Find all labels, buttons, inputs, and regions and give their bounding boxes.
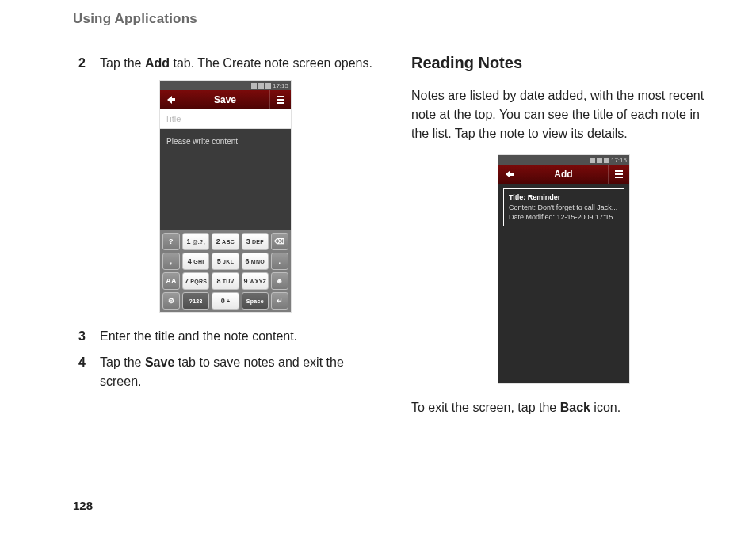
key-9[interactable]: 9WXYZ xyxy=(242,272,269,290)
key-3[interactable]: 3DEF xyxy=(242,233,269,250)
key-8[interactable]: 8TUV xyxy=(212,272,239,290)
key-1[interactable]: 1@.?, xyxy=(182,233,209,250)
list-icon xyxy=(613,169,624,179)
bold-word: Add xyxy=(145,56,170,70)
step-number: 3 xyxy=(73,327,86,345)
title-input[interactable]: Title xyxy=(160,109,291,129)
add-tab[interactable]: Add xyxy=(519,169,608,180)
key-digit: 7 xyxy=(185,277,189,285)
note-item[interactable]: Title: Reminder Content: Don't forget to… xyxy=(503,188,624,226)
key-caps[interactable]: AA xyxy=(162,272,180,290)
text: To exit the screen, tap the xyxy=(411,401,560,414)
key-digit: 0 xyxy=(221,297,225,305)
list-button[interactable] xyxy=(608,165,629,184)
text: tab. The Create note screen opens. xyxy=(170,56,372,70)
key-digit: 2 xyxy=(216,238,220,245)
back-button[interactable] xyxy=(160,90,181,109)
list-button[interactable] xyxy=(269,90,291,109)
value: 12-15-2009 17:15 xyxy=(557,213,613,221)
key-backspace[interactable]: ⌫ xyxy=(271,233,288,250)
phone-notes-list: 17:15 Add Title: Reminder Content: Don't… xyxy=(498,154,630,384)
key-enter[interactable]: ↵ xyxy=(271,292,288,310)
paragraph: Notes are listed by date added, with the… xyxy=(411,86,716,143)
key-emoji[interactable]: ☻ xyxy=(271,272,288,290)
text: Tap the xyxy=(100,56,145,70)
keypad: ? 1@.?, 2ABC 3DEF ⌫ , 4GHI 5JKL 6MNO . A… xyxy=(160,230,291,312)
note-date-line: Date Modified: 12-15-2009 17:15 xyxy=(509,212,619,222)
key-symbols[interactable]: ?123 xyxy=(182,292,209,310)
svg-rect-4 xyxy=(615,173,623,175)
signal-icon xyxy=(251,83,257,89)
step-3: 3 Enter the title and the note content. xyxy=(73,327,378,345)
key-space[interactable]: Space xyxy=(242,292,269,310)
key-letters: PQRS xyxy=(190,279,207,284)
back-button[interactable] xyxy=(498,165,519,184)
key-6[interactable]: 6MNO xyxy=(242,253,269,270)
step-4: 4 Tap the Save tab to save notes and exi… xyxy=(73,353,378,390)
clock: 17:15 xyxy=(611,157,627,164)
key-settings[interactable]: ⚙ xyxy=(162,292,180,310)
svg-rect-2 xyxy=(277,102,284,104)
status-bar: 17:13 xyxy=(160,81,291,90)
svg-rect-0 xyxy=(277,96,284,97)
note-content-line: Content: Don't forget to call Jack... xyxy=(509,203,619,213)
signal-icon xyxy=(590,158,595,163)
key-period[interactable]: . xyxy=(271,253,288,270)
key-letters: JKL xyxy=(223,259,234,264)
step-number: 2 xyxy=(73,54,86,72)
label: Title: xyxy=(509,193,528,201)
step-text: Enter the title and the note content. xyxy=(100,327,378,345)
key-digit: 5 xyxy=(217,257,221,265)
content-input[interactable]: Please write content xyxy=(160,129,291,230)
key-letters: TUV xyxy=(223,279,235,284)
value: Reminder xyxy=(528,193,561,201)
key-comma[interactable]: , xyxy=(162,253,180,270)
notes-list-body: Title: Reminder Content: Don't forget to… xyxy=(498,184,629,383)
key-2[interactable]: 2ABC xyxy=(212,233,239,250)
key-letters: + xyxy=(227,298,230,304)
key-digit: 1 xyxy=(186,238,190,245)
exit-instruction: To exit the screen, tap the Back icon. xyxy=(411,398,716,417)
key-letters: @.?, xyxy=(193,239,205,245)
key-digit: 9 xyxy=(243,277,247,285)
save-tab[interactable]: Save xyxy=(181,94,269,105)
list-icon xyxy=(275,95,286,105)
bold-word: Save xyxy=(145,355,174,369)
step-2: 2 Tap the Add tab. The Create note scree… xyxy=(73,54,378,72)
key-letters: WXYZ xyxy=(250,279,266,284)
key-0[interactable]: 0+ xyxy=(212,292,239,310)
title-bar: Add xyxy=(498,165,629,184)
text: Tap the xyxy=(100,355,145,369)
text: icon. xyxy=(590,401,620,414)
note-title-line: Title: Reminder xyxy=(509,192,619,203)
step-text: Tap the Save tab to save notes and exit … xyxy=(100,353,378,390)
bold-word: Back xyxy=(560,401,590,414)
step-text: Tap the Add tab. The Create note screen … xyxy=(100,54,378,72)
back-icon xyxy=(164,94,177,105)
text: Enter the title and the note content. xyxy=(100,329,297,343)
wifi-icon xyxy=(258,83,264,89)
key-digit: 3 xyxy=(246,238,250,245)
key-letters: ABC xyxy=(222,239,235,245)
key-digit: 8 xyxy=(216,277,220,285)
svg-rect-3 xyxy=(615,170,623,172)
title-bar: Save xyxy=(160,90,291,109)
battery-icon xyxy=(604,158,609,163)
value: Don't forget to call Jack... xyxy=(538,203,618,211)
key-5[interactable]: 5JKL xyxy=(212,253,239,270)
key-7[interactable]: 7PQRS xyxy=(182,272,209,290)
section-header: Using Applications xyxy=(73,11,716,27)
right-column: Reading Notes Notes are listed by date a… xyxy=(411,54,716,428)
battery-icon xyxy=(265,83,271,89)
label: Date Modified: xyxy=(509,213,557,221)
key-digit: 6 xyxy=(246,257,250,265)
step-number: 4 xyxy=(73,353,86,390)
key-letters: MNO xyxy=(251,259,265,264)
label: Content: xyxy=(509,203,538,211)
key-question[interactable]: ? xyxy=(162,233,180,250)
status-bar: 17:15 xyxy=(498,155,629,165)
phone-create-note: 17:13 Save Title Please write content ? xyxy=(159,80,292,313)
key-letters: DEF xyxy=(252,239,264,245)
key-4[interactable]: 4GHI xyxy=(182,253,209,270)
key-letters: GHI xyxy=(193,259,204,264)
